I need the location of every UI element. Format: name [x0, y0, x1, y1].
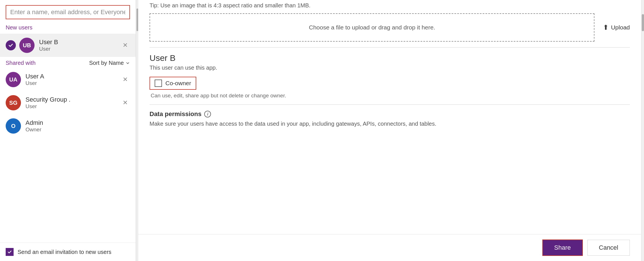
user-name-sg: Security Group . — [25, 96, 120, 103]
right-content: Tip: Use an image that is 4:3 aspect rat… — [150, 0, 630, 261]
user-role-sg: User — [25, 103, 120, 110]
email-invite-row[interactable]: Send an email invitation to new users — [0, 243, 136, 261]
coowner-option[interactable]: Co-owner — [150, 77, 196, 90]
avatar-ua: UA — [6, 72, 21, 87]
user-info-sg: Security Group . User — [25, 96, 120, 110]
user-info-admin: Admin Owner — [25, 119, 130, 133]
user-role-ub: User — [39, 46, 120, 52]
shared-user-item-ua[interactable]: UA User A User ✕ — [0, 68, 136, 91]
sort-by-label: Sort by Name — [89, 60, 124, 66]
cancel-button[interactable]: Cancel — [587, 240, 630, 256]
user-role-admin: Owner — [25, 127, 130, 133]
data-permissions-text: Make sure your users have access to the … — [150, 121, 630, 127]
right-panel: Tip: Use an image that is 4:3 aspect rat… — [138, 0, 641, 261]
upload-button[interactable]: ⬆ Upload — [603, 23, 630, 31]
coowner-checkbox[interactable] — [155, 80, 162, 87]
user-role-ua: User — [25, 80, 120, 86]
avatar-admin: O — [6, 118, 21, 134]
data-permissions-section: Data permissions i Make sure your users … — [150, 110, 630, 127]
tip-text: Tip: Use an image that is 4:3 aspect rat… — [150, 0, 630, 13]
sort-by-button[interactable]: Sort by Name — [89, 60, 130, 66]
coowner-desc: Can use, edit, share app but not delete … — [151, 93, 630, 99]
check-circle-ub — [6, 40, 16, 50]
email-invite-label: Send an email invitation to new users — [18, 249, 111, 255]
section-divider-1 — [150, 47, 630, 48]
section-divider-2 — [150, 104, 630, 105]
selected-user-name: User B — [150, 53, 630, 63]
upload-icon: ⬆ — [603, 23, 609, 31]
user-name-ub: User B — [39, 38, 120, 46]
shared-with-section: Shared with Sort by Name — [0, 57, 136, 68]
share-button[interactable]: Share — [542, 239, 583, 256]
new-users-label: New users — [0, 23, 136, 34]
avatar-ub: UB — [19, 38, 35, 53]
email-invite-checkbox[interactable] — [6, 248, 14, 256]
remove-button-sg[interactable]: ✕ — [120, 99, 130, 107]
new-user-item-ub[interactable]: UB User B User ✕ — [0, 34, 136, 57]
shared-with-label: Shared with — [6, 60, 36, 66]
info-icon[interactable]: i — [204, 111, 211, 117]
user-name-admin: Admin — [25, 119, 130, 127]
remove-button-ub[interactable]: ✕ — [120, 41, 130, 50]
bottom-bar: Share Cancel — [138, 234, 641, 261]
right-scroll-thumb — [642, 14, 644, 31]
right-scrollbar[interactable] — [641, 0, 644, 261]
search-box-wrapper — [0, 0, 136, 23]
user-info-ub: User B User — [39, 38, 120, 52]
selected-user-desc: This user can use this app. — [150, 65, 630, 71]
coowner-label: Co-owner — [165, 80, 191, 87]
left-panel: New users UB User B User ✕ Shared with S… — [0, 0, 136, 261]
chevron-down-icon — [125, 61, 130, 65]
left-scrollbar[interactable] — [136, 0, 138, 261]
user-name-ua: User A — [25, 73, 120, 80]
data-permissions-header: Data permissions i — [150, 110, 630, 118]
user-info-ua: User A User — [25, 73, 120, 86]
search-input[interactable] — [6, 5, 130, 19]
avatar-sg: SG — [6, 95, 21, 110]
remove-button-ua[interactable]: ✕ — [120, 75, 130, 84]
upload-area: Choose a file to upload or drag and drop… — [150, 13, 630, 42]
shared-user-item-sg[interactable]: SG Security Group . User ✕ — [0, 91, 136, 114]
upload-dropzone[interactable]: Choose a file to upload or drag and drop… — [150, 13, 594, 42]
shared-user-item-admin[interactable]: O Admin Owner — [0, 114, 136, 138]
upload-label: Upload — [611, 24, 630, 31]
data-permissions-title: Data permissions — [150, 110, 201, 118]
